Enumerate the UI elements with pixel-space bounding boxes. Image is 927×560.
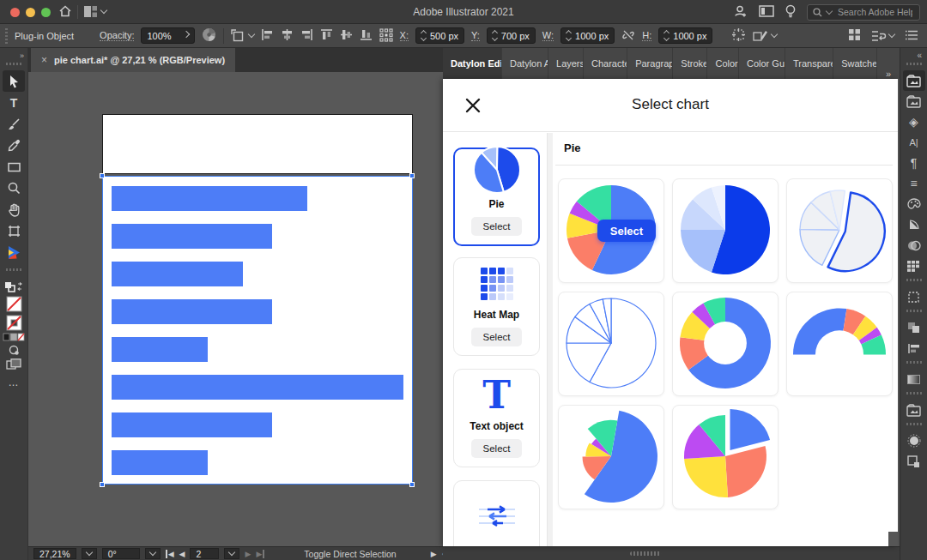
tab-color[interactable]: Color [707, 48, 739, 79]
draw-mode-icon[interactable] [6, 358, 21, 370]
scrollbar-grip[interactable] [630, 551, 661, 556]
color-panel-icon[interactable] [903, 194, 925, 214]
pie-variant-basic[interactable]: Select [558, 178, 664, 283]
more-tools-icon[interactable]: … [9, 376, 20, 388]
share-user-icon[interactable] [733, 3, 748, 21]
w-value[interactable]: 1000 px [575, 31, 609, 41]
x-value[interactable]: 500 px [430, 31, 458, 41]
align-right-icon[interactable] [300, 28, 313, 43]
help-search[interactable] [807, 4, 920, 21]
rotation-field[interactable]: 0° [102, 548, 140, 559]
selection-handle[interactable] [100, 173, 105, 178]
pie-variant-donut[interactable] [672, 292, 779, 396]
shaper-tool-icon[interactable] [8, 344, 20, 356]
document-tab[interactable]: × pie chart.ai* @ 27,21 % (RGB/Preview) [31, 48, 235, 72]
canvas[interactable] [28, 72, 443, 546]
x-label[interactable]: X: [400, 30, 409, 41]
zoom-dropdown[interactable] [82, 548, 97, 559]
opacity-label[interactable]: Opacity: [100, 30, 134, 41]
workspace-grid-icon[interactable] [848, 28, 861, 43]
h-label[interactable]: H: [642, 30, 651, 41]
dialog-scrollbar-thumb[interactable] [888, 532, 898, 546]
lightbulb-icon[interactable] [785, 3, 797, 21]
selected-chart-object[interactable] [102, 176, 413, 485]
swatches-panel-icon[interactable] [903, 256, 925, 276]
color-guide-panel-icon[interactable] [903, 214, 925, 235]
tab-color-guide[interactable]: Color Guid [739, 48, 785, 79]
artboard-number-field[interactable]: 2 [190, 548, 219, 559]
align-top-icon[interactable] [320, 28, 333, 43]
zoom-level-field[interactable]: 27,21% [33, 548, 76, 559]
reference-point-icon[interactable] [379, 28, 393, 44]
pie-variant-monochrome[interactable] [672, 178, 779, 283]
selection-handle[interactable] [100, 482, 105, 487]
pie-variant-exploded[interactable] [672, 405, 779, 509]
bar-chart-artwork[interactable] [112, 186, 403, 488]
align-bottom-icon[interactable] [360, 28, 373, 43]
datylon-plugin-icon[interactable] [3, 242, 25, 263]
stroke-panel-icon[interactable]: ≡ [903, 173, 925, 194]
chart-type-arrow[interactable]: Arrow [453, 480, 540, 546]
tab-overflow-icon[interactable]: » [877, 69, 900, 79]
status-expand-icon[interactable]: ▶ [431, 550, 437, 558]
artboard-title-box[interactable] [102, 114, 413, 174]
tab-layers[interactable]: Layers [548, 48, 584, 79]
y-label[interactable]: Y: [471, 30, 480, 41]
tab-datylon-account[interactable]: Datylon Ac [502, 48, 548, 79]
first-artboard-icon[interactable]: ◀ [166, 550, 174, 558]
align-panel-icon[interactable] [903, 338, 925, 358]
clip-options-button[interactable] [231, 29, 254, 42]
color-mode-swatches[interactable] [3, 334, 24, 341]
paragraph-panel-icon[interactable]: ¶ [903, 153, 925, 173]
w-label[interactable]: W: [542, 30, 554, 41]
transparency-panel-icon[interactable] [903, 235, 925, 256]
fill-none-swatch[interactable] [6, 296, 22, 312]
pie-variant-rose[interactable] [558, 405, 664, 509]
tab-stroke[interactable]: Stroke [673, 48, 707, 79]
tab-swatches[interactable]: Swatches [833, 48, 877, 79]
align-left-icon[interactable] [261, 28, 274, 43]
selection-handle[interactable] [409, 173, 415, 178]
pathfinder-panel-icon[interactable] [903, 317, 925, 338]
libraries-panel-icon[interactable] [903, 91, 925, 111]
opacity-field[interactable]: 100% [141, 27, 194, 44]
artboard-tool[interactable] [3, 220, 25, 242]
chart-type-text-object[interactable]: T Text object Select [453, 369, 540, 467]
tab-paragraph[interactable]: Paragraph [627, 48, 673, 79]
h-field[interactable]: 1000 px [658, 27, 712, 44]
align-center-icon[interactable] [281, 28, 294, 43]
tab-datylon-editor[interactable]: Datylon Editor [443, 48, 502, 79]
y-value[interactable]: 700 px [501, 31, 530, 41]
graphic-styles-panel-icon[interactable] [903, 451, 925, 472]
pie-variant-wireframe[interactable] [558, 292, 664, 396]
close-tab-icon[interactable]: × [41, 54, 47, 66]
previous-artboard-icon[interactable]: ◀ [179, 550, 185, 558]
eyedropper-tool[interactable] [3, 135, 25, 156]
last-artboard-icon[interactable]: ▶ [256, 550, 264, 558]
opacity-value[interactable]: 100% [147, 31, 171, 41]
selection-handle[interactable] [409, 482, 415, 487]
stroke-none-swatch[interactable] [6, 315, 22, 331]
chart-type-pie[interactable]: Pie Select [453, 148, 540, 246]
select-heatmap-button[interactable]: Select [471, 328, 523, 346]
x-field[interactable]: 500 px [415, 27, 464, 44]
pie-variant-outline-exploded[interactable] [786, 178, 893, 283]
y-field[interactable]: 700 px [487, 27, 536, 44]
swap-fill-stroke-icon[interactable] [4, 281, 23, 293]
recolor-artwork-icon[interactable] [202, 27, 216, 44]
search-input[interactable] [836, 6, 914, 18]
type-tool[interactable]: T [3, 92, 25, 113]
expand-panels-icon[interactable]: « [917, 51, 927, 60]
free-transform-icon[interactable] [731, 27, 746, 44]
asset-export-panel-icon[interactable] [903, 400, 925, 420]
zoom-tool[interactable] [3, 178, 25, 199]
tools-grip[interactable] [6, 63, 21, 65]
artboard-dropdown[interactable] [224, 548, 239, 559]
horizontal-scrollbar[interactable] [443, 546, 900, 560]
artboards-panel-icon[interactable] [903, 286, 925, 307]
appearance-panel-icon[interactable] [903, 431, 925, 451]
select-pie-button[interactable]: Select [471, 217, 523, 236]
tab-character[interactable]: Character [584, 48, 627, 79]
character-panel-icon[interactable]: A| [903, 132, 925, 153]
select-text-object-button[interactable]: Select [471, 439, 523, 458]
